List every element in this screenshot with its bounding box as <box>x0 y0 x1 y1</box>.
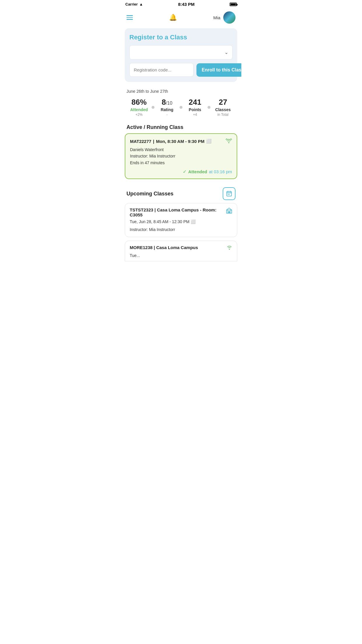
register-section: Register to a Class ⌄ Enroll to this Cla… <box>125 28 237 82</box>
attendance-label: Attended <box>126 107 152 112</box>
stats-section: June 26th to June 27th 86% Attended +2% … <box>121 88 241 120</box>
classes-sub-label: in Total <box>210 113 236 117</box>
upcoming-card-0[interactable]: TSTST2323 | Casa Loma Campus - Room: C30… <box>125 203 237 237</box>
stat-points: 241 Points +4 <box>182 98 208 117</box>
points-value: 241 <box>182 98 208 107</box>
status-bar: Carrier ▲ 8:43 PM <box>121 0 241 8</box>
stat-attendance: 86% Attended +2% <box>126 98 152 117</box>
upcoming-instructor-0: Instructor: Mia Instructorr <box>130 226 226 233</box>
user-profile-area: Mia <box>213 11 236 24</box>
attendance-value: 86% <box>126 98 152 107</box>
user-name-label: Mia <box>213 15 220 20</box>
upcoming-title: Upcoming Classes <box>126 191 173 197</box>
upcoming-code-0: TSTST2323 | Casa Loma Campus - Room: C30… <box>130 207 226 217</box>
upcoming-card-1-row: MORE1238 | Casa Loma Campus <box>130 245 232 251</box>
upcoming-schedule-1: Tue... <box>130 252 232 259</box>
class-dropdown[interactable]: ⌄ <box>129 45 233 60</box>
active-class-code-time: MAT22277 | Mon, 8:30 AM - 9:30 PM ⬜ <box>130 139 212 144</box>
notification-bell[interactable]: 🔔 <box>169 14 177 21</box>
upcoming-card-0-row: TSTST2323 | Casa Loma Campus - Room: C30… <box>130 207 232 233</box>
active-section-title: Active / Running Class <box>121 120 241 133</box>
rating-label: Rating <box>154 107 180 112</box>
enroll-row: Enroll to this Class <box>129 63 233 77</box>
calendar-button[interactable] <box>223 187 236 200</box>
attended-time: at 03:16 pm <box>209 169 232 174</box>
stats-grid: 86% Attended +2% 8/10 Rating - 241 Point… <box>126 98 236 117</box>
status-time: 8:43 PM <box>178 2 195 7</box>
svg-rect-1 <box>228 194 229 195</box>
enroll-button[interactable]: Enroll to this Class <box>196 63 241 77</box>
upcoming-card-1-info: MORE1238 | Casa Loma Campus <box>130 245 198 250</box>
points-delta: +4 <box>182 113 208 117</box>
points-label: Points <box>182 107 208 112</box>
wifi-icon: ▲ <box>139 2 143 6</box>
hamburger-menu[interactable] <box>126 15 133 20</box>
classes-label: Classes <box>210 107 236 112</box>
attended-label: Attended <box>188 169 207 174</box>
wifi-upcoming-icon <box>226 245 232 251</box>
status-left: Carrier ▲ <box>125 2 143 6</box>
active-class-code: MAT22277 <box>130 139 151 144</box>
classes-value: 27 <box>210 98 236 107</box>
stat-separator-3 <box>208 106 210 109</box>
date-range: June 26th to June 27th <box>126 89 236 94</box>
battery-icon <box>230 3 237 6</box>
active-class-location: Daniels Waterfront <box>130 146 232 153</box>
register-title: Register to a Class <box>129 34 233 41</box>
chevron-down-icon: ⌄ <box>224 50 228 55</box>
svg-rect-4 <box>228 211 230 213</box>
registration-code-input[interactable] <box>129 63 194 77</box>
upcoming-schedule-0: Tue, Jun 28, 8:45 AM - 12:30 PM ⬜ <box>130 218 226 225</box>
active-class-card[interactable]: MAT22277 | Mon, 8:30 AM - 9:30 PM ⬜ Dani… <box>125 133 237 179</box>
attendance-delta: +2% <box>126 113 152 117</box>
active-class-instructor: Instructor: Mia Instructorr <box>130 153 232 159</box>
bank-icon-0 <box>226 207 232 215</box>
active-class-separator: | <box>153 139 154 144</box>
wifi-active-icon <box>226 139 232 145</box>
svg-rect-0 <box>227 192 232 196</box>
upcoming-header: Upcoming Classes <box>121 186 241 203</box>
app-header: 🔔 Mia <box>121 8 241 28</box>
active-card-header: MAT22277 | Mon, 8:30 AM - 9:30 PM ⬜ <box>130 139 232 145</box>
stat-rating: 8/10 Rating - <box>154 98 180 117</box>
stat-separator-1 <box>152 106 154 109</box>
upcoming-card-0-info: TSTST2323 | Casa Loma Campus - Room: C30… <box>130 207 226 233</box>
checkmark-icon: ✓ <box>183 169 187 174</box>
monitor-icon: ⬜ <box>206 139 212 144</box>
attended-row: ✓ Attended at 03:16 pm <box>130 169 232 174</box>
active-class-ends-in: Ends in 47 minutes <box>130 160 232 166</box>
active-class-schedule: Mon, 8:30 AM - 9:30 PM <box>156 139 204 144</box>
status-right <box>230 3 237 6</box>
stat-classes: 27 Classes in Total <box>210 98 236 117</box>
stat-separator-2 <box>180 106 182 109</box>
carrier-label: Carrier <box>125 2 138 6</box>
upcoming-card-1[interactable]: MORE1238 | Casa Loma Campus Tue... <box>125 241 237 261</box>
svg-rect-2 <box>229 194 230 195</box>
monitor-icon-2: ⬜ <box>191 219 196 224</box>
rating-value: 8/10 <box>154 98 180 107</box>
upcoming-code-1: MORE1238 | Casa Loma Campus <box>130 245 198 250</box>
rating-delta: - <box>154 113 180 117</box>
avatar[interactable] <box>223 11 236 24</box>
